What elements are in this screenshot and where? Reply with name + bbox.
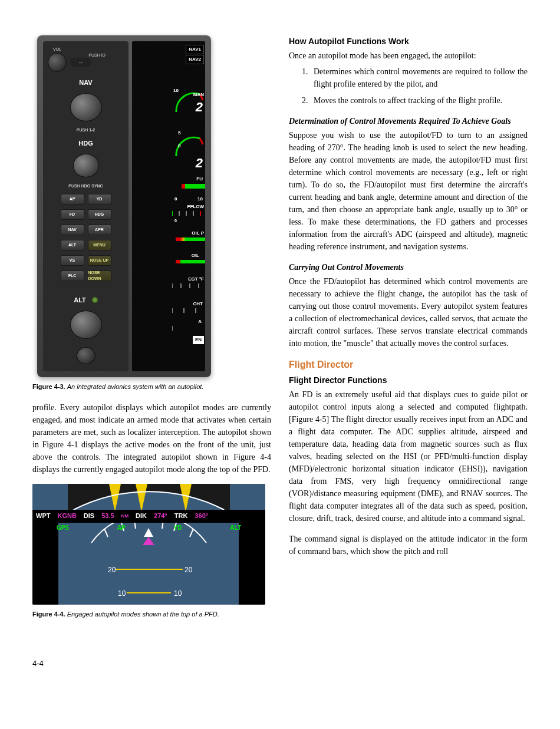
vs-button[interactable]: VS — [61, 255, 84, 266]
figure-4-3: VOL PUSH ID ↔ NAV PUSH 1-2 HDG PUSH HDG … — [32, 35, 271, 392]
heading-carrying: Carrying Out Control Movements — [289, 261, 528, 273]
yd-button[interactable]: YD — [88, 194, 111, 204]
dis-value: 53.5 — [98, 511, 117, 521]
svg-text:20: 20 — [185, 566, 193, 574]
push-id-label: PUSH ID — [70, 53, 124, 58]
heading-determination: Determination of Control Movements Requi… — [289, 115, 528, 127]
nav-indicator: NAV1 NAV2 — [186, 45, 204, 65]
nav-label: NAV — [48, 78, 124, 88]
heading-fd-functions: Flight Director Functions — [289, 374, 528, 387]
nose-up-button[interactable]: NOSE UP — [88, 255, 111, 266]
cht-ticks — [172, 308, 205, 315]
pfd-status-bar: WPT KGNB DIS 53.5 NM DIK 274° TRK 360° — [32, 510, 265, 523]
vol-knob[interactable] — [48, 53, 67, 72]
alt-button[interactable]: ALT — [61, 240, 84, 250]
menu-button[interactable]: MENU — [88, 240, 111, 250]
freq-flip[interactable]: ↔ — [70, 58, 91, 67]
svg-text:10: 10 — [174, 589, 182, 598]
page-number: 4-4 — [32, 658, 528, 669]
a-ticks — [172, 326, 205, 332]
nm-label: NM — [118, 513, 132, 520]
pfd-svg: 20 20 10 10 — [32, 484, 265, 605]
figure-4-3-caption: Figure 4-3. An integrated avionics syste… — [32, 382, 271, 392]
fuel-bar — [182, 184, 205, 189]
alt-knob[interactable] — [70, 311, 102, 339]
nav-knob[interactable] — [70, 93, 102, 121]
figure-4-4: 20 20 10 10 WPT KGNB DIS 53.5 NM DIK 274… — [32, 484, 271, 619]
heading-autopilot: How Autopilot Functions Work — [289, 35, 528, 48]
wpt-value: KGNB — [54, 511, 80, 521]
nose-down-button[interactable]: NOSE DOWN — [88, 271, 111, 281]
flc-button[interactable]: FLC — [61, 271, 84, 281]
nav-button[interactable]: NAV — [61, 225, 84, 235]
dik-label: DIK — [132, 511, 150, 521]
left-para-1: profile. Every autopilot displays which … — [32, 401, 271, 476]
para-carrying: Once the FD/autopilot has determined whi… — [289, 275, 528, 349]
list-item-2: Moves the controls to affect tracking of… — [310, 94, 528, 107]
egt-ticks — [172, 283, 205, 291]
status-led — [92, 297, 98, 303]
fd-button[interactable]: FD — [61, 209, 84, 220]
para-fd-functions: An FD is an extremely useful aid that di… — [289, 388, 528, 525]
para-determination: Suppose you wish to use the autopilot/FD… — [289, 129, 528, 253]
mode-yd: YD — [174, 523, 182, 532]
vol-label: VOL — [48, 47, 67, 52]
hdg-knob[interactable] — [73, 154, 99, 177]
trk-label: TRK — [171, 511, 192, 521]
para-autopilot-intro: Once an autopilot mode has been engaged,… — [289, 50, 528, 62]
list-item-1: Determines which control movements are r… — [310, 65, 528, 90]
para-fd-command: The command signal is displayed on the a… — [289, 533, 528, 558]
apr-button[interactable]: APR — [88, 225, 111, 235]
mode-gps: GPS — [57, 523, 69, 532]
svg-text:20: 20 — [108, 566, 116, 574]
heading-flight-director: Flight Director — [289, 358, 528, 372]
pfd-mode-row: GPS AP YD ALT — [32, 523, 265, 532]
hdg-label: HDG — [48, 138, 124, 149]
secondary-knob[interactable] — [77, 347, 95, 364]
control-panel: VOL PUSH ID ↔ NAV PUSH 1-2 HDG PUSH HDG … — [43, 41, 129, 371]
en-box: EN — [193, 336, 204, 344]
alt-label: ALT — [74, 295, 86, 305]
hdg-button[interactable]: HDG — [88, 209, 111, 220]
mode-ap: AP — [117, 523, 126, 532]
oil-bar — [176, 260, 205, 263]
autopilot-steps: Determines which control movements are r… — [289, 65, 528, 107]
figure-4-4-caption: Figure 4-4. Engaged autopilot modes show… — [32, 609, 271, 619]
pfd-display: 20 20 10 10 WPT KGNB DIS 53.5 NM DIK 274… — [32, 484, 265, 605]
trk-value: 360° — [191, 511, 212, 521]
wpt-label: WPT — [32, 511, 54, 521]
ap-button[interactable]: AP — [61, 194, 84, 204]
engine-display: NAV1 NAV2 10 MAN 2 5 0 — [132, 41, 205, 371]
mode-alt: ALT — [230, 523, 241, 532]
fflow-ticks — [172, 211, 205, 218]
oil-p-bar — [176, 237, 205, 241]
push-hdg-sync: PUSH HDG SYNC — [48, 183, 124, 190]
dik-value: 274° — [150, 511, 171, 521]
avionics-panel: VOL PUSH ID ↔ NAV PUSH 1-2 HDG PUSH HDG … — [37, 35, 211, 377]
push-1-2-label: PUSH 1-2 — [48, 127, 124, 134]
dis-label: DIS — [80, 511, 98, 521]
svg-text:10: 10 — [118, 589, 126, 598]
